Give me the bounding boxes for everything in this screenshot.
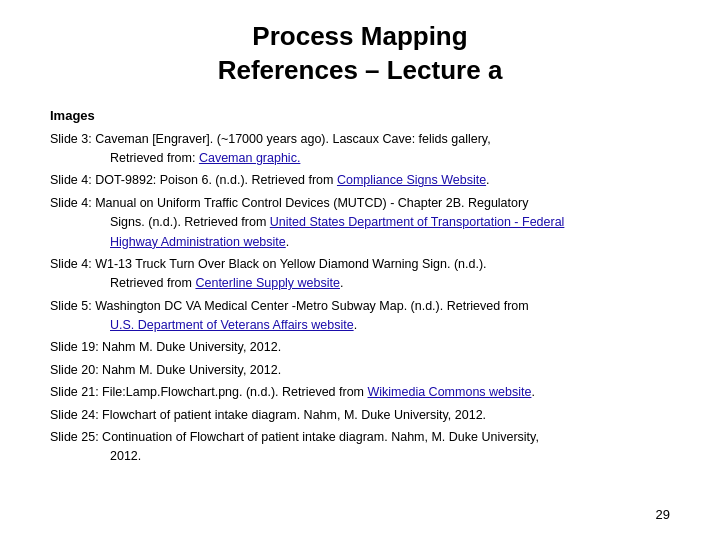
slide21-text: Slide 21: File:Lamp.Flowchart.png. (n.d.…	[50, 385, 535, 399]
slide20-text: Slide 20: Nahm M. Duke University, 2012.	[50, 363, 281, 377]
entry-slide25: Slide 25: Continuation of Flowchart of p…	[50, 428, 670, 467]
usdot-link[interactable]: United States Department of Transportati…	[270, 215, 565, 229]
wikimedia-link[interactable]: Wikimedia Commons website	[368, 385, 532, 399]
slide3-indent: Retrieved from: Caveman graphic.	[110, 149, 670, 168]
fhwa-link[interactable]: Highway Administration website	[110, 235, 286, 249]
slide4a-text: Slide 4: DOT-9892: Poison 6. (n.d.). Ret…	[50, 173, 490, 187]
title-line2: References – Lecture a	[218, 55, 503, 85]
entry-slide21: Slide 21: File:Lamp.Flowchart.png. (n.d.…	[50, 383, 670, 402]
slide19-text: Slide 19: Nahm M. Duke University, 2012.	[50, 340, 281, 354]
entry-slide3: Slide 3: Caveman [Engraver]. (~17000 yea…	[50, 130, 670, 169]
slide25-indent: 2012.	[110, 447, 670, 466]
slide24-text: Slide 24: Flowchart of patient intake di…	[50, 408, 486, 422]
entry-slide4b: Slide 4: Manual on Uniform Traffic Contr…	[50, 194, 670, 252]
va-website-link[interactable]: U.S. Department of Veterans Affairs webs…	[110, 318, 354, 332]
section-heading-images: Images	[50, 106, 670, 126]
slide5-indent: U.S. Department of Veterans Affairs webs…	[110, 316, 670, 335]
page-title: Process Mapping References – Lecture a	[50, 20, 670, 88]
content-area: Images Slide 3: Caveman [Engraver]. (~17…	[50, 106, 670, 467]
entry-slide19: Slide 19: Nahm M. Duke University, 2012.	[50, 338, 670, 357]
compliance-signs-link[interactable]: Compliance Signs Website	[337, 173, 486, 187]
slide4b-indent2: Highway Administration website.	[110, 233, 670, 252]
entry-slide5: Slide 5: Washington DC VA Medical Center…	[50, 297, 670, 336]
slide4b-text: Slide 4: Manual on Uniform Traffic Contr…	[50, 196, 528, 210]
slide25-text: Slide 25: Continuation of Flowchart of p…	[50, 430, 539, 444]
entry-slide24: Slide 24: Flowchart of patient intake di…	[50, 406, 670, 425]
slide4b-indent1: Signs. (n.d.). Retrieved from United Sta…	[110, 213, 670, 232]
slide4c-text: Slide 4: W1-13 Truck Turn Over Black on …	[50, 257, 487, 271]
entry-slide4a: Slide 4: DOT-9892: Poison 6. (n.d.). Ret…	[50, 171, 670, 190]
entry-slide4c: Slide 4: W1-13 Truck Turn Over Black on …	[50, 255, 670, 294]
slide4c-indent: Retrieved from Centerline Supply website…	[110, 274, 670, 293]
entry-slide20: Slide 20: Nahm M. Duke University, 2012.	[50, 361, 670, 380]
page: Process Mapping References – Lecture a I…	[0, 0, 720, 540]
centerline-supply-link[interactable]: Centerline Supply website	[195, 276, 340, 290]
caveman-graphic-link[interactable]: Caveman graphic.	[199, 151, 300, 165]
slide3-text: Slide 3: Caveman [Engraver]. (~17000 yea…	[50, 132, 491, 146]
title-line1: Process Mapping	[252, 21, 467, 51]
page-number: 29	[656, 507, 670, 522]
slide5-text: Slide 5: Washington DC VA Medical Center…	[50, 299, 529, 313]
